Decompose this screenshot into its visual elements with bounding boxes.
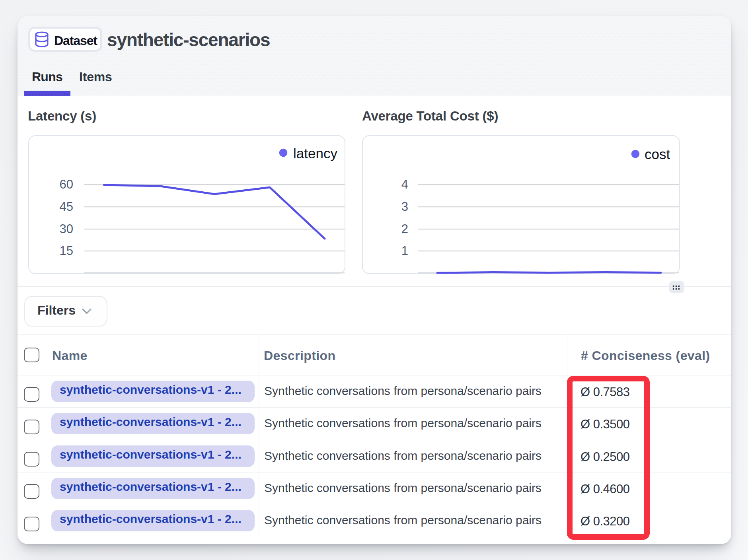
svg-text:latency: latency (293, 146, 337, 161)
svg-text:cost: cost (645, 146, 670, 162)
svg-text:45: 45 (60, 200, 73, 214)
svg-text:60: 60 (60, 177, 73, 191)
svg-text:2: 2 (401, 222, 408, 236)
svg-text:15: 15 (60, 244, 73, 258)
svg-text:4: 4 (401, 177, 408, 191)
svg-text:1: 1 (401, 244, 408, 258)
svg-text:30: 30 (60, 222, 73, 236)
svg-text:3: 3 (401, 200, 408, 214)
